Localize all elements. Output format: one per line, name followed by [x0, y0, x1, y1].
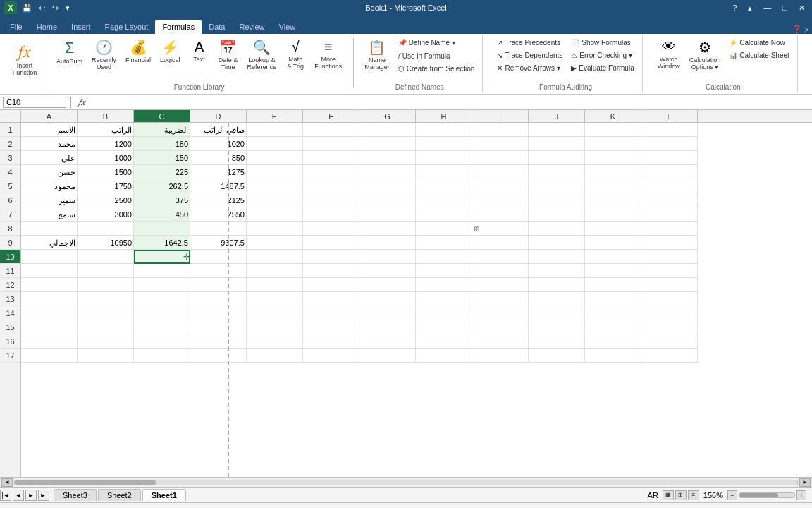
cell-g15[interactable] [359, 320, 416, 334]
cell-j3[interactable] [529, 151, 585, 165]
tab-page-layout[interactable]: Page Layout [98, 20, 156, 34]
cell-e10[interactable] [247, 250, 303, 264]
cell-i8[interactable]: ⊞ [472, 222, 529, 236]
name-box[interactable] [3, 97, 66, 108]
cell-e9[interactable] [247, 236, 303, 250]
col-header-c[interactable]: C [134, 110, 190, 122]
tab-last-btn[interactable]: ►| [38, 490, 49, 501]
show-formulas-button[interactable]: 📄 Show Formulas [567, 37, 637, 49]
cell-c6[interactable]: 375 [134, 193, 190, 207]
create-from-selection-button[interactable]: ⬡ Create from Selection [395, 63, 479, 75]
cell-f1[interactable] [303, 123, 359, 137]
cell-c3[interactable]: 150 [134, 151, 190, 165]
cell-e8[interactable] [247, 222, 303, 236]
cell-k5[interactable] [585, 179, 641, 193]
customize-button[interactable]: ▾ [63, 3, 72, 13]
cell-g17[interactable] [359, 349, 416, 363]
cell-l15[interactable] [641, 320, 698, 334]
cell-e3[interactable] [247, 151, 303, 165]
cell-e16[interactable] [247, 334, 303, 349]
cell-a5[interactable]: محمود [21, 179, 78, 193]
tab-home[interactable]: Home [30, 20, 64, 34]
cell-h7[interactable] [416, 207, 472, 222]
row-num-15[interactable]: 15 [0, 320, 20, 334]
tab-next-btn[interactable]: ► [25, 490, 37, 501]
cell-i7[interactable] [472, 207, 529, 222]
cell-d17[interactable] [190, 349, 247, 363]
cell-a7[interactable]: سامح [21, 207, 78, 222]
more-functions-button[interactable]: ≡ MoreFunctions [311, 37, 345, 73]
error-checking-button[interactable]: ⚠ Error Checking ▾ [567, 49, 637, 61]
cell-e13[interactable] [247, 292, 303, 306]
cell-k8[interactable] [585, 222, 641, 236]
normal-view-btn[interactable]: ▦ [663, 490, 674, 500]
row-num-2[interactable]: 2 [0, 137, 20, 151]
row-num-10[interactable]: 10 [0, 250, 20, 264]
cell-j12[interactable] [529, 278, 585, 292]
cell-a1[interactable]: الاسم [21, 123, 78, 137]
horizontal-scrollbar[interactable]: ◄ ► [0, 477, 812, 487]
trace-precedents-button[interactable]: ↗ Trace Precedents [493, 37, 566, 49]
col-header-h[interactable]: H [416, 110, 472, 122]
help-button[interactable]: ? [730, 4, 739, 13]
cell-b5[interactable]: 1750 [78, 179, 134, 193]
cell-k7[interactable] [585, 207, 641, 222]
math-button[interactable]: √ Math& Trig [282, 37, 309, 73]
cell-b8[interactable] [78, 222, 134, 236]
cell-h4[interactable] [416, 165, 472, 179]
cell-d16[interactable] [190, 334, 247, 349]
cell-d11[interactable] [190, 264, 247, 278]
trace-dependents-button[interactable]: ↘ Trace Dependents [493, 49, 566, 61]
page-layout-view-btn[interactable]: ⊞ [675, 490, 687, 500]
cell-g4[interactable] [359, 165, 416, 179]
cell-d9[interactable]: 9307.5 [190, 236, 247, 250]
cell-c13[interactable] [134, 292, 190, 306]
row-num-7[interactable]: 7 [0, 207, 20, 222]
save-button[interactable]: 💾 [20, 3, 34, 13]
row-num-1[interactable]: 1 [0, 123, 20, 137]
cell-j4[interactable] [529, 165, 585, 179]
tab-first-btn[interactable]: |◄ [0, 490, 11, 501]
cell-i15[interactable] [472, 320, 529, 334]
cell-b13[interactable] [78, 292, 134, 306]
col-header-a[interactable]: A [21, 110, 78, 122]
sheet-tab-sheet2[interactable]: Sheet2 [98, 489, 141, 501]
name-manager-button[interactable]: 📋 NameManager [361, 37, 393, 73]
cell-l16[interactable] [641, 334, 698, 349]
cell-k1[interactable] [585, 123, 641, 137]
cell-f13[interactable] [303, 292, 359, 306]
row-num-16[interactable]: 16 [0, 334, 20, 349]
cell-f17[interactable] [303, 349, 359, 363]
tab-review[interactable]: Review [232, 20, 271, 34]
cell-l8[interactable] [641, 222, 698, 236]
cell-b11[interactable] [78, 264, 134, 278]
cell-b7[interactable]: 3000 [78, 207, 134, 222]
evaluate-formula-button[interactable]: ▶ Evaluate Formula [567, 62, 637, 74]
cell-c17[interactable] [134, 349, 190, 363]
cell-l12[interactable] [641, 278, 698, 292]
cell-c12[interactable] [134, 278, 190, 292]
cell-c5[interactable]: 262.5 [134, 179, 190, 193]
cell-d1[interactable]: صافي الراتب [190, 123, 247, 137]
tab-prev-btn[interactable]: ◄ [13, 490, 24, 501]
col-header-b[interactable]: B [78, 110, 134, 122]
cell-k2[interactable] [585, 137, 641, 151]
use-in-formula-button[interactable]: 𝑓 Use in Formula [395, 49, 479, 62]
cell-h6[interactable] [416, 193, 472, 207]
col-header-k[interactable]: K [585, 110, 641, 122]
cell-a15[interactable] [21, 320, 78, 334]
cell-h10[interactable] [416, 250, 472, 264]
recently-used-button[interactable]: 🕐 RecentlyUsed [88, 37, 120, 73]
redo-button[interactable]: ↪ [50, 3, 61, 13]
cell-e14[interactable] [247, 306, 303, 320]
col-header-j[interactable]: J [529, 110, 585, 122]
cell-d13[interactable] [190, 292, 247, 306]
cell-b10[interactable] [78, 250, 134, 264]
cell-i11[interactable] [472, 264, 529, 278]
cell-k12[interactable] [585, 278, 641, 292]
h-scrollbar-track[interactable] [14, 480, 798, 485]
cell-b16[interactable] [78, 334, 134, 349]
cell-l14[interactable] [641, 306, 698, 320]
cell-f4[interactable] [303, 165, 359, 179]
sheet-tab-sheet3[interactable]: Sheet3 [54, 489, 97, 501]
